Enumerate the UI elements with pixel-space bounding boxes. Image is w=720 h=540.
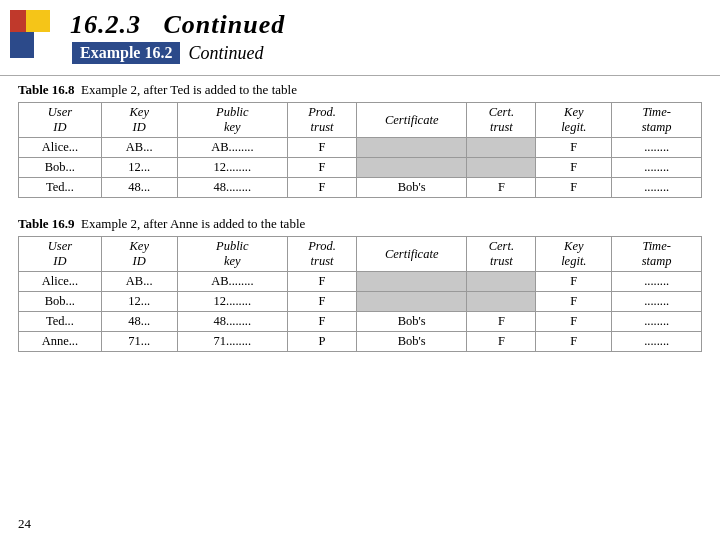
page-number: 24: [18, 516, 31, 532]
header-divider: [0, 75, 720, 76]
cell-pubkey: 12........: [177, 292, 287, 312]
th-cert-trust: Cert.trust: [467, 103, 536, 138]
th-user-id: UserID: [19, 103, 102, 138]
cell-timestamp: ........: [612, 312, 702, 332]
th-public-key-2: Publickey: [177, 237, 287, 272]
cell-pubkey: AB........: [177, 272, 287, 292]
th-key-id: KeyID: [101, 103, 177, 138]
th-certificate: Certificate: [357, 103, 467, 138]
cell-user: Alice...: [19, 272, 102, 292]
cell-timestamp: ........: [612, 178, 702, 198]
cell-pubkey: 48........: [177, 312, 287, 332]
cell-timestamp: ........: [612, 138, 702, 158]
subtitle-row: Example 16.2 Continued: [72, 42, 285, 64]
cell-certtrust: F: [467, 332, 536, 352]
table-16-8-desc: Example 2, after Ted is added to the tab…: [81, 82, 297, 97]
cell-keylegit: F: [536, 312, 612, 332]
cell-user: Ted...: [19, 312, 102, 332]
th-key-id-2: KeyID: [101, 237, 177, 272]
th-timestamp-2: Time-stamp: [612, 237, 702, 272]
table-16-9-header-row: UserID KeyID Publickey Prod.trust Certif…: [19, 237, 702, 272]
table-16-8-caption: Table 16.8 Example 2, after Ted is added…: [18, 82, 702, 98]
cell-keylegit: F: [536, 138, 612, 158]
page-header: 16.2.3 Continued Example 16.2 Continued: [0, 0, 720, 69]
cell-pubkey: 12........: [177, 158, 287, 178]
cell-prodtrust: F: [288, 158, 357, 178]
table-16-9: UserID KeyID Publickey Prod.trust Certif…: [18, 236, 702, 352]
table-row: Bob... 12... 12........ F F ........: [19, 158, 702, 178]
cell-prodtrust: F: [288, 138, 357, 158]
table-16-9-section: Table 16.9 Example 2, after Anne is adde…: [18, 216, 702, 352]
logo-red: [10, 10, 26, 32]
cell-pubkey: AB........: [177, 138, 287, 158]
cell-user: Anne...: [19, 332, 102, 352]
cell-prodtrust: P: [288, 332, 357, 352]
th-key-legit: Keylegit.: [536, 103, 612, 138]
table-row: Anne... 71... 71........ P Bob's F F ...…: [19, 332, 702, 352]
example-label: Example 16.2: [72, 42, 180, 64]
cell-keyid: 48...: [101, 178, 177, 198]
section-title: 16.2.3 Continued: [70, 10, 285, 40]
th-prod-trust-2: Prod.trust: [288, 237, 357, 272]
table-16-8: UserID KeyID Publickey Prod.trust Certif…: [18, 102, 702, 198]
cell-keylegit: F: [536, 292, 612, 312]
th-prod-trust: Prod.trust: [288, 103, 357, 138]
table-row: Alice... AB... AB........ F F ........: [19, 138, 702, 158]
cell-keyid: 48...: [101, 312, 177, 332]
cell-timestamp: ........: [612, 158, 702, 178]
cell-timestamp: ........: [612, 332, 702, 352]
cell-user: Bob...: [19, 292, 102, 312]
example-continued: Continued: [188, 43, 263, 64]
cell-certtrust: [467, 272, 536, 292]
table-16-8-header-row: UserID KeyID Publickey Prod.trust Certif…: [19, 103, 702, 138]
table-row: Bob... 12... 12........ F F ........: [19, 292, 702, 312]
cell-cert: [357, 158, 467, 178]
logo: [10, 10, 58, 58]
table-row: Ted... 48... 48........ F Bob's F F ....…: [19, 178, 702, 198]
table-16-8-section: Table 16.8 Example 2, after Ted is added…: [18, 82, 702, 198]
th-cert-trust-2: Cert.trust: [467, 237, 536, 272]
logo-blue: [10, 32, 34, 58]
th-timestamp: Time-stamp: [612, 103, 702, 138]
cell-keyid: 71...: [101, 332, 177, 352]
cell-keyid: AB...: [101, 138, 177, 158]
table-16-9-caption: Table 16.9 Example 2, after Anne is adde…: [18, 216, 702, 232]
cell-user: Alice...: [19, 138, 102, 158]
cell-prodtrust: F: [288, 178, 357, 198]
cell-pubkey: 71........: [177, 332, 287, 352]
cell-keyid: 12...: [101, 292, 177, 312]
th-user-id-2: UserID: [19, 237, 102, 272]
th-public-key: Publickey: [177, 103, 287, 138]
table-row: Ted... 48... 48........ F Bob's F F ....…: [19, 312, 702, 332]
cell-user: Bob...: [19, 158, 102, 178]
header-text: 16.2.3 Continued Example 16.2 Continued: [70, 10, 285, 64]
cell-timestamp: ........: [612, 292, 702, 312]
cell-certtrust: [467, 158, 536, 178]
cell-prodtrust: F: [288, 272, 357, 292]
table-16-9-desc: Example 2, after Anne is added to the ta…: [81, 216, 305, 231]
main-content: Table 16.8 Example 2, after Ted is added…: [0, 82, 720, 352]
cell-certtrust: [467, 138, 536, 158]
cell-cert: [357, 272, 467, 292]
cell-pubkey: 48........: [177, 178, 287, 198]
cell-cert: Bob's: [357, 312, 467, 332]
cell-keylegit: F: [536, 332, 612, 352]
cell-prodtrust: F: [288, 312, 357, 332]
cell-user: Ted...: [19, 178, 102, 198]
cell-keylegit: F: [536, 272, 612, 292]
cell-cert: [357, 292, 467, 312]
table-16-8-id: Table 16.8: [18, 82, 75, 97]
table-row: Alice... AB... AB........ F F ........: [19, 272, 702, 292]
cell-certtrust: F: [467, 178, 536, 198]
cell-cert: Bob's: [357, 332, 467, 352]
cell-prodtrust: F: [288, 292, 357, 312]
cell-keyid: AB...: [101, 272, 177, 292]
table-16-9-id: Table 16.9: [18, 216, 75, 231]
cell-keylegit: F: [536, 178, 612, 198]
cell-keylegit: F: [536, 158, 612, 178]
cell-cert: Bob's: [357, 178, 467, 198]
th-certificate-2: Certificate: [357, 237, 467, 272]
th-key-legit-2: Keylegit.: [536, 237, 612, 272]
cell-keyid: 12...: [101, 158, 177, 178]
cell-timestamp: ........: [612, 272, 702, 292]
